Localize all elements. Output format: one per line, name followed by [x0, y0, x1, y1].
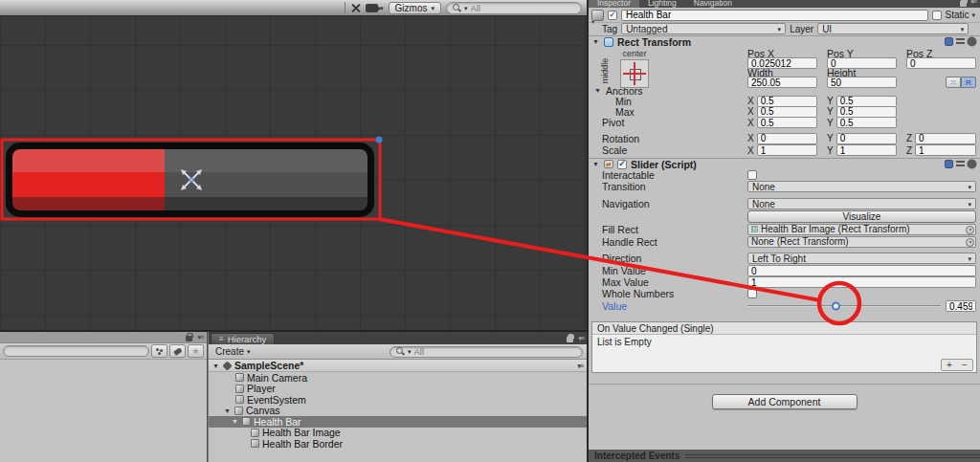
presets-icon[interactable]	[956, 161, 965, 168]
hierarchy-item-eventsystem[interactable]: EventSystem	[209, 394, 587, 406]
scale-x-field[interactable]	[757, 144, 817, 156]
lock-icon[interactable]	[186, 336, 192, 341]
project-toolbar: ★	[0, 343, 207, 360]
hierarchy-item-health-bar-image[interactable]: Health Bar Image	[209, 428, 587, 439]
presets-icon[interactable]	[956, 38, 965, 46]
tools-icon[interactable]	[350, 3, 361, 13]
slider-handle[interactable]	[832, 302, 840, 311]
hierarchy-item-health-bar-border[interactable]: Health Bar Border	[209, 438, 587, 450]
raw-edit-mode-button[interactable]: R	[961, 77, 976, 88]
rect-transform-header[interactable]: ▼ Rect Transform	[589, 35, 980, 47]
scene-search-input[interactable]	[471, 3, 575, 13]
anchors-max-y-field[interactable]	[836, 106, 897, 118]
max-value-field[interactable]	[747, 276, 976, 288]
whole-numbers-row: Whole Numbers	[589, 288, 980, 299]
gameobject-icon	[235, 395, 244, 404]
tab-navigation[interactable]: Navigation	[685, 0, 741, 8]
lock-icon[interactable]	[960, 1, 967, 7]
foldout-icon[interactable]: ▼	[592, 38, 600, 45]
gameobject-icon-selector[interactable]	[591, 10, 604, 21]
slider-track[interactable]	[747, 305, 941, 307]
intercepted-events-label: Intercepted Events	[594, 451, 679, 461]
hierarchy-item-health-bar[interactable]: ▼ Health Bar	[209, 416, 587, 428]
scale-y-field[interactable]	[836, 144, 897, 156]
create-dropdown[interactable]: Create ▾	[212, 345, 254, 359]
gear-icon[interactable]	[969, 161, 975, 167]
min-value-field[interactable]	[747, 265, 976, 276]
project-search-input[interactable]	[10, 346, 143, 357]
width-field[interactable]	[747, 77, 817, 88]
foldout-icon[interactable]: ▼	[224, 407, 232, 414]
tag-value: Untagged	[626, 24, 667, 34]
tab-hierarchy[interactable]: ≡ Hierarchy	[211, 333, 275, 344]
gear-icon[interactable]	[969, 38, 975, 45]
tab-lighting[interactable]: Lighting	[639, 0, 685, 8]
foldout-icon[interactable]: ▼	[212, 363, 220, 369]
inspector-panel: Inspector Lighting Navigation ▾≡ ✓ Stati…	[589, 0, 980, 462]
tag-dropdown[interactable]: Untagged ▾	[621, 23, 786, 34]
camera-settings-button[interactable]: ▾	[366, 4, 384, 12]
direction-dropdown[interactable]: Left To Right ▾	[747, 253, 976, 264]
component-enabled-checkbox[interactable]: ✓	[617, 160, 627, 169]
item-label: Main Camera	[247, 372, 307, 384]
panel-menu-icon[interactable]: ▾≡	[197, 334, 203, 341]
scene-menu-icon[interactable]: ▾≡	[577, 363, 583, 369]
whole-numbers-checkbox[interactable]	[747, 289, 757, 298]
item-label: Health Bar Border	[262, 438, 343, 450]
static-checkbox[interactable]	[932, 11, 942, 20]
slider-header[interactable]: ▼ ⇄ ✓ Slider (Script)	[589, 158, 980, 169]
panel-menu-icon[interactable]: ▾≡	[970, 0, 976, 7]
hierarchy-item-main-camera[interactable]: Main Camera	[209, 372, 587, 384]
panel-menu-icon[interactable]: ▾≡	[578, 335, 584, 341]
anchor-preset-widget[interactable]: center middle	[608, 49, 661, 88]
object-picker-icon[interactable]	[966, 238, 974, 247]
favorites-button[interactable]: ★	[188, 344, 204, 358]
active-checkbox[interactable]: ✓	[608, 11, 617, 20]
object-picker-icon[interactable]	[966, 226, 974, 234]
interactable-checkbox[interactable]	[747, 170, 757, 180]
navigation-dropdown[interactable]: None ▾	[747, 198, 976, 209]
scene-canvas[interactable]	[0, 16, 587, 332]
hierarchy-item-player[interactable]: Player	[209, 384, 587, 395]
tab-inspector[interactable]: Inspector	[589, 0, 639, 8]
rotation-z-field[interactable]	[915, 133, 976, 144]
intercepted-events-bar[interactable]: Intercepted Events	[589, 450, 980, 462]
handle-rect-object-field[interactable]: None (Rect Transform)	[747, 236, 976, 248]
blueprint-mode-button[interactable]: ⁙	[946, 77, 961, 88]
transition-dropdown[interactable]: None ▾	[747, 181, 976, 192]
add-event-button[interactable]: +	[942, 360, 957, 370]
value-slider[interactable]	[747, 300, 941, 312]
fill-rect-object-field[interactable]: Health Bar Image (Rect Transform)	[747, 224, 976, 235]
value-field[interactable]	[946, 300, 976, 312]
height-field[interactable]	[827, 77, 897, 88]
anchor-preset-box[interactable]	[620, 59, 649, 88]
scale-z-field[interactable]	[915, 144, 976, 156]
hierarchy-search-field[interactable]: ▾	[390, 346, 583, 358]
search-by-type-button[interactable]	[151, 344, 167, 358]
project-search-field[interactable]	[3, 345, 149, 357]
anchor-cross-v	[634, 62, 635, 85]
search-by-label-button[interactable]	[169, 344, 186, 358]
move-tool-gizmo[interactable]	[179, 167, 204, 192]
help-icon[interactable]	[945, 37, 953, 46]
hierarchy-item-canvas[interactable]: ▼ Canvas	[209, 406, 587, 417]
gizmos-dropdown[interactable]: Gizmos ▾	[389, 2, 441, 14]
scene-search-field[interactable]: ▾	[446, 2, 582, 14]
visualize-button[interactable]: Visualize	[747, 210, 976, 223]
foldout-icon[interactable]: ▼	[592, 161, 600, 167]
lock-icon[interactable]	[567, 337, 573, 342]
pivot-y-field[interactable]	[836, 117, 897, 128]
static-dropdown-icon[interactable]: ▾	[971, 11, 975, 18]
anchors-max-x-field[interactable]	[757, 106, 817, 118]
scene-header-row[interactable]: ▼ SampleScene* ▾≡	[209, 360, 587, 372]
add-component-button[interactable]: Add Component	[712, 394, 858, 409]
rotation-y-field[interactable]	[836, 133, 897, 144]
rotation-x-field[interactable]	[757, 133, 817, 144]
pivot-x-field[interactable]	[757, 117, 817, 128]
remove-event-button[interactable]: −	[957, 360, 972, 370]
foldout-icon[interactable]: ▼	[232, 418, 239, 425]
gameobject-name-field[interactable]	[621, 10, 928, 21]
layer-dropdown[interactable]: UI ▾	[817, 23, 969, 34]
hierarchy-search-input[interactable]	[414, 346, 576, 357]
help-icon[interactable]	[945, 160, 953, 168]
